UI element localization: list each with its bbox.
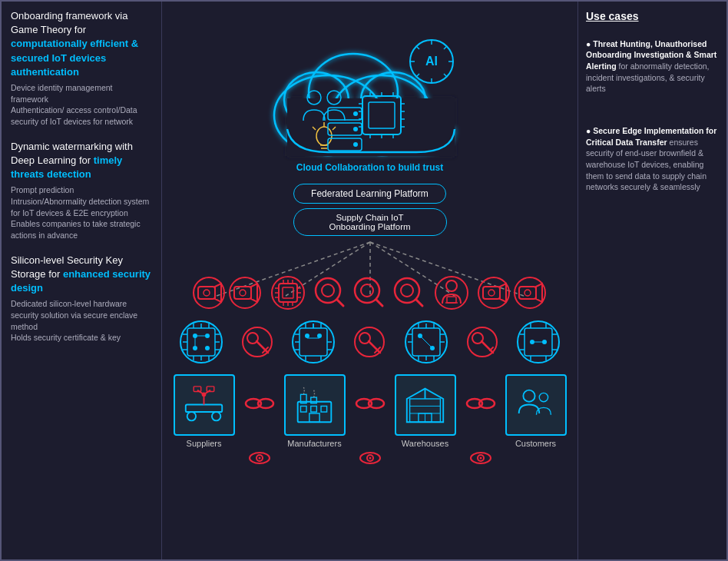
cloud-svg: AI bbox=[240, 12, 501, 181]
svg-point-43 bbox=[353, 111, 358, 116]
warehouses-label: Warehouses bbox=[402, 439, 448, 448]
cloud-label: Cloud Collaboration to build trust bbox=[296, 162, 443, 173]
svg-point-128 bbox=[305, 334, 309, 338]
cloud-area: AI bbox=[240, 12, 501, 181]
svg-line-14 bbox=[416, 74, 419, 77]
federated-learning-box: Federated Learning Platform bbox=[293, 184, 446, 204]
svg-line-82 bbox=[416, 300, 422, 306]
left-section-2: Dynamic watermarking with Deep Learning … bbox=[11, 140, 152, 241]
device-icons-row bbox=[170, 274, 570, 311]
use-case-1-text: ● Threat Hunting, Unauthorised Onboardin… bbox=[586, 38, 719, 95]
cloud-label-rest: to build trust bbox=[385, 162, 444, 173]
svg-rect-85 bbox=[447, 297, 456, 303]
left-section-3: Silicon-level Security Key Storage for e… bbox=[11, 254, 152, 344]
circuit-circle-4 bbox=[515, 319, 561, 365]
chain-link-3 bbox=[465, 396, 496, 411]
svg-line-117 bbox=[256, 341, 268, 353]
svg-marker-89 bbox=[500, 284, 506, 302]
camera-icon-left bbox=[192, 276, 227, 310]
camera-icon-left2 bbox=[228, 276, 263, 310]
suppliers-box bbox=[174, 374, 235, 436]
svg-line-79 bbox=[376, 300, 382, 306]
svg-point-171 bbox=[542, 340, 547, 344]
use-case-2: ● Secure Edge Implementation for Critica… bbox=[586, 125, 719, 193]
svg-point-174 bbox=[187, 412, 196, 420]
svg-rect-193 bbox=[321, 406, 327, 412]
svg-point-54 bbox=[204, 290, 210, 296]
left-section-1: Onboarding framework via Game Theory for… bbox=[11, 9, 152, 128]
svg-rect-52 bbox=[198, 287, 215, 299]
svg-point-109 bbox=[193, 334, 197, 338]
svg-rect-88 bbox=[483, 287, 500, 299]
svg-point-212 bbox=[523, 390, 534, 401]
customers-box bbox=[505, 374, 567, 436]
svg-line-140 bbox=[375, 350, 378, 353]
svg-point-58 bbox=[240, 290, 246, 296]
svg-rect-96 bbox=[187, 328, 215, 356]
chain-3 bbox=[465, 374, 496, 465]
section3-heading: Silicon-level Security Key Storage for e… bbox=[11, 254, 152, 296]
svg-rect-60 bbox=[279, 284, 297, 302]
svg-rect-121 bbox=[299, 328, 327, 356]
use-case-2-bullet: ● bbox=[586, 126, 591, 135]
svg-point-129 bbox=[317, 334, 322, 338]
chain-2 bbox=[355, 374, 386, 465]
svg-point-110 bbox=[205, 334, 210, 338]
ai-icon: AI bbox=[410, 40, 453, 83]
svg-line-159 bbox=[490, 347, 493, 350]
customers-icon bbox=[515, 384, 557, 427]
main-container: Onboarding framework via Game Theory for… bbox=[0, 0, 728, 561]
supply-chain-box: Supply Chain IoTOnboarding Platform bbox=[293, 208, 447, 236]
section1-body: Device identity management frameworkAuth… bbox=[11, 82, 152, 128]
section3-body: Dedicated silicon-level hardware securit… bbox=[11, 298, 152, 344]
federated-learning-label: Federated Learning Platform bbox=[311, 188, 429, 199]
key-circle-2 bbox=[352, 325, 386, 359]
svg-line-12 bbox=[444, 46, 447, 49]
use-cases-title: Use cases bbox=[586, 9, 719, 25]
svg-point-211 bbox=[479, 457, 481, 460]
svg-line-158 bbox=[481, 341, 493, 353]
camera-icon-right1 bbox=[477, 276, 511, 310]
svg-rect-56 bbox=[234, 287, 251, 299]
svg-rect-192 bbox=[311, 406, 317, 412]
manufacturers-label: Manufacturers bbox=[287, 439, 341, 448]
search-icon-2 bbox=[353, 277, 386, 309]
svg-point-199 bbox=[369, 457, 371, 460]
circuit-circle-3 bbox=[403, 319, 449, 365]
circuit-circle-2 bbox=[290, 319, 336, 365]
svg-text:AI: AI bbox=[425, 55, 438, 68]
customers-label: Customers bbox=[515, 439, 556, 448]
platform-boxes: Federated Learning Platform Supply Chain… bbox=[293, 184, 447, 236]
cpu-icon bbox=[270, 274, 306, 311]
svg-line-15 bbox=[444, 74, 447, 77]
svg-point-45 bbox=[353, 142, 358, 147]
left-panel: Onboarding framework via Game Theory for… bbox=[0, 0, 161, 561]
svg-line-138 bbox=[369, 341, 380, 353]
chain-1 bbox=[244, 374, 275, 465]
use-case-1: ● Threat Hunting, Unauthorised Onboardin… bbox=[586, 38, 719, 95]
warehouses-item: Warehouses bbox=[395, 374, 456, 448]
cloud-label-bold: Cloud Collaboration bbox=[296, 162, 385, 173]
network-devices-area bbox=[170, 242, 570, 311]
camera-group-right bbox=[477, 276, 548, 310]
chain-link-1 bbox=[244, 396, 275, 411]
search-icon-1 bbox=[314, 277, 346, 309]
svg-point-44 bbox=[353, 127, 358, 131]
section2-body: Prompt predictionIntrusion/Abnormality d… bbox=[11, 184, 152, 241]
svg-point-175 bbox=[212, 412, 220, 420]
camera-icon-right2 bbox=[513, 276, 548, 310]
svg-rect-191 bbox=[300, 406, 306, 412]
eye-icon-3 bbox=[469, 451, 492, 465]
svg-marker-93 bbox=[536, 284, 542, 302]
suppliers-item: Suppliers bbox=[174, 374, 235, 448]
search-icon-3 bbox=[393, 277, 425, 309]
svg-marker-57 bbox=[251, 284, 257, 302]
svg-point-94 bbox=[524, 290, 531, 296]
manufacturers-icon bbox=[293, 384, 336, 427]
svg-point-78 bbox=[361, 284, 373, 297]
svg-line-155 bbox=[420, 336, 432, 348]
svg-point-180 bbox=[202, 392, 207, 397]
warehouses-icon bbox=[404, 384, 446, 427]
key-circle-1 bbox=[240, 325, 274, 359]
iot-circles-row bbox=[170, 319, 570, 365]
